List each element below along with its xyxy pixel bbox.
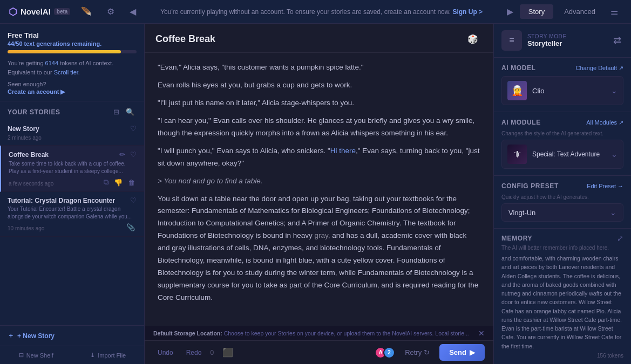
story-para-3: "I'll just put his name on it later," Al… <box>158 97 480 109</box>
heart-icon[interactable]: ♡ <box>130 150 137 159</box>
delete-icon-btn[interactable]: 🗑 <box>126 177 137 187</box>
signup-link[interactable]: Sign Up > <box>452 8 483 16</box>
settings-icon-btn[interactable]: ⚙ <box>103 4 119 19</box>
sidebar-footer: ⊟ New Shelf ⤓ Import File <box>0 346 144 364</box>
edit-icon-btn[interactable]: ✏ <box>118 150 127 159</box>
import-icon: ⤓ <box>90 352 95 359</box>
story-title: New Story <box>8 125 39 133</box>
story-time: 10 minutes ago <box>8 225 44 231</box>
heart-icon[interactable]: ♡ <box>130 125 137 133</box>
story-para-7: You sit down at a table near the door an… <box>158 193 480 304</box>
logo-text: NovelAI <box>21 7 51 16</box>
story-item-header: New Story ♡ <box>8 125 137 133</box>
preset-section-title: Config Preset <box>501 182 559 190</box>
token-count-link[interactable]: 6144 <box>45 60 58 66</box>
attachment-icon-btn[interactable]: 📎 <box>125 223 137 232</box>
heart-icon[interactable]: ♡ <box>130 196 137 204</box>
create-account-link[interactable]: Create an account ▶ <box>8 88 137 95</box>
filter-icon-btn[interactable]: ⊟ <box>111 107 121 117</box>
mode-name: Storyteller <box>527 39 606 47</box>
storage-text: Choose to keep your Stories on your devi… <box>224 330 469 336</box>
copy-icon-btn[interactable]: ⧉ <box>102 177 110 187</box>
story-para-4: "I can hear you," Evan calls over his sh… <box>158 115 480 140</box>
sliders-icon-btn[interactable]: ⚌ <box>606 4 622 19</box>
memory-title: Memory <box>501 235 532 242</box>
trial-box: Free Trial 44/50 text generations remain… <box>0 24 144 101</box>
scroll-tier-link[interactable]: Scroll tier. <box>54 69 80 75</box>
ai-model-section: AI Model Change Default ↗ 🧝 Clio ⌄ <box>494 58 631 112</box>
config-card[interactable]: Vingt-Un ⌄ <box>501 203 623 222</box>
quill-icon-btn[interactable]: 🪶 <box>77 4 96 19</box>
change-default-btn[interactable]: Change Default ↗ <box>576 65 623 72</box>
memory-section: Memory ⤢ The AI will better remember inf… <box>494 229 631 364</box>
tab-advanced[interactable]: Advanced <box>555 4 604 19</box>
stories-header-icons: ⊟ 🔍 <box>111 107 137 117</box>
undo-btn[interactable]: Undo <box>153 347 178 359</box>
module-section-title: AI Module <box>501 119 541 126</box>
redo-btn[interactable]: Redo <box>182 347 206 359</box>
trial-title: Free Trial <box>8 31 137 39</box>
memory-content[interactable]: and comfortable, with charming wooden ch… <box>501 254 623 351</box>
stories-header: Your Stories ⊟ 🔍 <box>0 101 144 120</box>
logo-icon: ⬡ <box>9 6 17 18</box>
story-time: a few seconds ago <box>9 181 53 187</box>
list-item[interactable]: New Story ♡ 2 minutes ago <box>0 120 144 146</box>
chevron-down-icon: ⌄ <box>610 208 616 217</box>
dice-icon-btn[interactable]: 🎲 <box>463 31 483 47</box>
mode-switch-btn[interactable]: ⇄ <box>611 32 623 49</box>
beta-badge: beta <box>54 8 71 15</box>
story-time: 2 minutes ago <box>8 135 137 141</box>
search-icon-btn[interactable]: 🔍 <box>124 107 137 117</box>
thumbsdown-icon-btn[interactable]: 👎 <box>112 177 124 187</box>
redo-count: 0 <box>210 349 214 356</box>
chevron-down-icon: ⌄ <box>611 150 618 159</box>
story-para-5: "I will punch you," Evan says to Alicia,… <box>158 145 480 170</box>
story-desc: Take some time to kick back with a cup o… <box>9 160 137 175</box>
story-title: Tutorial: Crystal Dragon Encounter <box>8 197 115 204</box>
story-para-6: > You nod and go to find a table. <box>158 175 480 188</box>
model-name: Clio <box>532 87 606 95</box>
collapse-icon-btn[interactable]: ◀ <box>125 4 140 19</box>
shelf-icon: ⊟ <box>19 352 24 359</box>
new-story-btn[interactable]: ＋ + New Story <box>0 325 144 346</box>
model-section-title: AI Model <box>501 64 535 72</box>
all-modules-btn[interactable]: All Modules ↗ <box>586 119 623 126</box>
export-icon-btn[interactable]: ⬛ <box>218 345 238 360</box>
center-panel: Coffee Break 🎲 "Evan," Alicia says, "thi… <box>145 24 493 364</box>
sidebar: Free Trial 44/50 text generations remain… <box>0 24 145 364</box>
gray-text: gray <box>314 231 328 239</box>
list-item[interactable]: Coffee Break ✏ ♡ Take some time to kick … <box>0 146 144 192</box>
story-title: Coffee Break <box>9 151 49 159</box>
list-item[interactable]: Tutorial: Crystal Dragon Encounter ♡ You… <box>0 192 144 237</box>
top-banner-left: ⬡ NovelAI beta 🪶 ⚙ ◀ <box>9 4 140 19</box>
right-panel: ≡ Story Mode Storyteller ⇄ AI Model Chan… <box>493 24 631 364</box>
module-sub: Changes the style of the AI generated te… <box>501 131 623 136</box>
import-file-btn[interactable]: ⤓ Import File <box>72 346 145 364</box>
play-icon-btn[interactable]: ▶ <box>503 4 518 19</box>
module-name: Special: Text Adventure <box>532 150 606 158</box>
model-card[interactable]: 🧝 Clio ⌄ <box>501 76 623 105</box>
storage-close-btn[interactable]: ✕ <box>478 329 485 338</box>
trial-info: You're getting 6144 tokens of AI context… <box>8 59 137 77</box>
edit-preset-btn[interactable]: Edit Preset → <box>587 183 623 189</box>
module-card[interactable]: 🗡 Special: Text Adventure ⌄ <box>501 140 623 169</box>
external-link-icon: ↗ <box>619 65 623 72</box>
trial-seen: Seen enough? Create an account ▶ <box>8 81 137 95</box>
story-name: Coffee Break <box>155 33 215 45</box>
new-shelf-btn[interactable]: ⊟ New Shelf <box>0 346 72 364</box>
avatar-blue: 2 <box>383 347 395 359</box>
top-tabs: ▶ Story Advanced ⚌ <box>503 4 622 19</box>
chevron-down-icon: ⌄ <box>611 86 618 95</box>
tab-story[interactable]: Story <box>520 4 553 19</box>
preset-section-header: Config Preset Edit Preset → <box>501 182 623 190</box>
story-item-header: Coffee Break ✏ ♡ <box>9 150 137 159</box>
expand-icon-btn[interactable]: ⤢ <box>617 234 623 243</box>
story-toolbar: Undo Redo 0 ⬛ A 2 Retry ↻ Send ▶ <box>145 340 493 364</box>
stories-list: New Story ♡ 2 minutes ago Coffee Break ✏… <box>0 120 144 325</box>
mode-label: Story Mode <box>527 33 606 39</box>
token-count: 156 tokens <box>501 353 623 359</box>
story-para-1: "Evan," Alicia says, "this customer want… <box>158 61 480 74</box>
send-btn[interactable]: Send ▶ <box>439 344 485 361</box>
retry-btn[interactable]: Retry ↻ <box>399 345 435 360</box>
ai-module-section: AI Module All Modules ↗ Changes the styl… <box>494 112 631 176</box>
